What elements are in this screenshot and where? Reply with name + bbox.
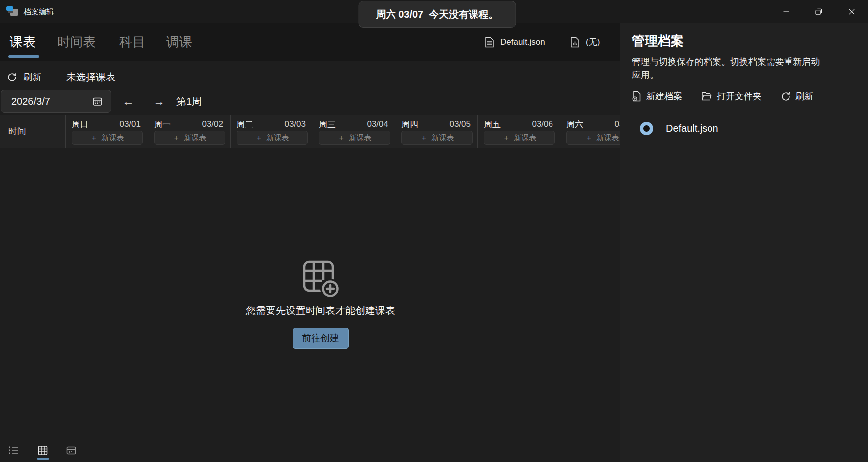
day-name: 周四 [401, 119, 418, 130]
new-course-button[interactable]: ＋新课表 [72, 131, 143, 145]
day-header: 周日03/01 [72, 119, 141, 130]
day-date: 03/02 [202, 119, 223, 129]
refresh-label: 刷新 [23, 71, 41, 83]
day-column: 周一03/02＋新课表 [148, 115, 230, 148]
board-view-icon [66, 446, 76, 455]
day-name: 周三 [319, 119, 336, 130]
panel-description: 管理与切换保存的档案。切换档案需要重新启动 应用。 [632, 55, 861, 82]
new-course-label: 新课表 [184, 133, 207, 143]
next-week-button[interactable]: → [149, 90, 169, 113]
calendar-icon [92, 96, 103, 107]
panel-actions: 新建档案 打开文件夹 刷新 [632, 89, 813, 104]
new-profile-button[interactable]: 新建档案 [632, 89, 682, 104]
new-course-label: 新课表 [514, 133, 537, 143]
active-view-indicator [37, 458, 49, 460]
profile-radio-item[interactable]: Default.json [640, 122, 718, 135]
day-name: 周六 [566, 119, 583, 130]
plus-icon: ＋ [503, 133, 510, 143]
new-course-label: 新课表 [102, 133, 124, 143]
close-button[interactable] [835, 0, 868, 23]
app-logo-icon [6, 6, 19, 17]
secondary-file-button[interactable]: (无) [570, 23, 600, 61]
previous-week-button[interactable]: ← [118, 90, 138, 113]
empty-state: 您需要先设置时间表才能创建课表 前往创建 [246, 258, 395, 349]
day-header: 周三03/04 [319, 119, 388, 130]
day-header: 周四03/05 [401, 119, 471, 130]
plus-icon: ＋ [173, 133, 180, 143]
list-view-button[interactable] [5, 443, 22, 458]
day-date: 03/01 [119, 119, 141, 129]
new-course-button[interactable]: ＋新课表 [566, 131, 620, 145]
app-window: 档案编辑 周六 03/07 今天没有课程。 课表 时间表 科目 调课 [0, 0, 868, 462]
new-course-label: 新课表 [432, 133, 454, 143]
time-column-header: 时间 [8, 115, 26, 148]
day-date: 03/03 [284, 119, 306, 129]
plus-icon: ＋ [338, 133, 345, 143]
date-value: 2026/3/7 [11, 96, 92, 107]
new-course-button[interactable]: ＋新课表 [154, 131, 225, 145]
plus-icon: ＋ [255, 133, 263, 143]
day-name: 周日 [72, 119, 88, 130]
new-course-label: 新课表 [267, 133, 289, 143]
board-view-button[interactable] [63, 443, 79, 458]
new-course-button[interactable]: ＋新课表 [484, 131, 555, 145]
refresh-icon [781, 91, 791, 102]
open-folder-button[interactable]: 打开文件夹 [701, 89, 762, 104]
restore-button[interactable] [802, 0, 835, 23]
panel-refresh-button[interactable]: 刷新 [781, 89, 813, 104]
day-column: 周二03/03＋新课表 [230, 115, 313, 148]
new-course-button[interactable]: ＋新课表 [401, 131, 473, 145]
chart-document-icon [570, 37, 580, 48]
go-create-button[interactable]: 前往创建 [293, 328, 349, 349]
main-area: 课表 时间表 科目 调课 Default.json (无) [0, 23, 620, 462]
toolbar-divider [59, 66, 59, 88]
document-icon [485, 37, 494, 48]
day-date: 03/04 [367, 119, 388, 129]
day-header: 周六03/07 [566, 119, 620, 130]
current-file-button[interactable]: Default.json [485, 23, 545, 61]
tab-subjects[interactable]: 科目 [119, 23, 145, 59]
day-header: 周二03/03 [237, 119, 306, 130]
secondary-file-label: (无) [586, 36, 600, 48]
plus-icon: ＋ [90, 133, 98, 143]
table-add-icon [301, 258, 340, 298]
arrow-left-icon: ← [122, 94, 134, 108]
day-name: 周二 [237, 119, 253, 130]
new-course-label: 新课表 [597, 133, 619, 143]
arrow-right-icon: → [153, 94, 165, 108]
grid-view-icon [38, 446, 48, 455]
open-folder-icon [701, 91, 712, 101]
day-column: 周五03/06＋新课表 [477, 115, 560, 148]
profile-name: Default.json [666, 123, 718, 134]
minimize-button[interactable] [770, 0, 802, 23]
tab-schedule[interactable]: 课表 [10, 23, 36, 59]
tab-timetable[interactable]: 时间表 [57, 23, 96, 59]
week-label: 第1周 [176, 90, 202, 113]
date-picker[interactable]: 2026/3/7 [1, 90, 111, 113]
panel-refresh-label: 刷新 [795, 90, 813, 102]
new-course-button[interactable]: ＋新课表 [319, 131, 390, 145]
close-icon [847, 7, 857, 17]
new-course-label: 新课表 [349, 133, 372, 143]
tab-reschedule[interactable]: 调课 [166, 23, 192, 59]
window-title: 档案编辑 [24, 0, 54, 23]
minimize-icon [781, 7, 791, 17]
list-view-icon [8, 446, 18, 455]
day-column: 周三03/04＋新课表 [313, 115, 395, 148]
new-course-button[interactable]: ＋新课表 [237, 131, 308, 145]
window-controls [770, 0, 868, 23]
tab-bar: 课表 时间表 科目 调课 Default.json (无) [0, 23, 620, 61]
plus-icon: ＋ [585, 133, 593, 143]
current-file-label: Default.json [500, 37, 545, 47]
grid-view-button[interactable] [34, 443, 51, 458]
radio-selected-icon[interactable] [640, 122, 653, 135]
day-header: 周一03/02 [154, 119, 223, 130]
day-date: 03/07 [614, 119, 620, 129]
day-name: 周一 [154, 119, 171, 130]
schedule-status-label: 未选择课表 [66, 66, 116, 88]
new-profile-label: 新建档案 [646, 90, 682, 102]
new-document-icon [632, 91, 642, 102]
refresh-button[interactable]: 刷新 [7, 66, 41, 88]
open-folder-label: 打开文件夹 [717, 90, 762, 102]
refresh-icon [7, 72, 17, 82]
